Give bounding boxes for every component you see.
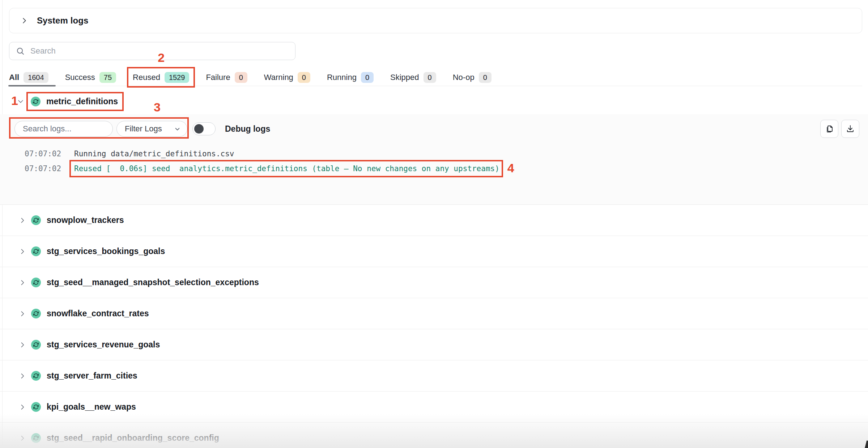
chevron-right-icon xyxy=(19,310,26,317)
seed-row[interactable]: kpi_goals__new_waps xyxy=(0,392,868,423)
status-tab-count-badge: 1604 xyxy=(24,72,48,83)
reused-status-icon xyxy=(31,278,41,287)
reused-status-icon xyxy=(31,340,41,350)
log-timestamp: 07:07:02 xyxy=(25,149,74,158)
status-tab-count-badge: 0 xyxy=(479,72,492,83)
status-tab-label: All xyxy=(9,73,19,82)
status-tab[interactable]: Success 75 xyxy=(65,69,116,86)
reused-status-icon xyxy=(31,97,41,106)
expanded-row-target: metric_definitions xyxy=(31,97,118,106)
search-logs-input[interactable] xyxy=(14,121,113,137)
chevron-right-icon xyxy=(20,17,28,25)
status-tab[interactable]: Skipped 0 xyxy=(390,69,436,86)
page-title: System logs xyxy=(37,16,89,26)
chevron-right-icon xyxy=(19,403,26,411)
search-icon xyxy=(16,47,25,55)
copy-icon xyxy=(825,124,834,133)
debug-logs-toggle[interactable] xyxy=(192,122,216,135)
chevron-right-icon xyxy=(19,341,26,348)
status-tab-label: No-op xyxy=(453,73,475,82)
status-tab[interactable]: Reused 1529 xyxy=(133,69,189,86)
status-tab-count-badge: 0 xyxy=(298,72,310,83)
reused-status-icon xyxy=(31,402,41,412)
seed-row[interactable]: stg_seed__rapid_onboarding_score_config xyxy=(0,423,868,448)
seed-row-list: snowplow_trackers stg_services_bookings_… xyxy=(0,205,868,448)
chevron-right-icon xyxy=(19,217,26,224)
status-tab-label: Success xyxy=(65,73,95,82)
status-tab-bar: All 1604 Success 75 Reused 1529 Failure … xyxy=(9,69,862,86)
seed-row-label: kpi_goals__new_waps xyxy=(47,402,136,412)
annotation-number-3: 3 xyxy=(154,100,161,115)
seed-row[interactable]: snowflake_contract_rates xyxy=(0,298,868,329)
filter-logs-label: Filter Logs xyxy=(125,124,162,134)
reused-status-icon xyxy=(31,371,41,381)
log-output: 07:07:02 Running data/metric_definitions… xyxy=(25,146,499,176)
expanded-seed-name: metric_definitions xyxy=(46,97,118,106)
status-tab[interactable]: Warning 0 xyxy=(264,69,310,86)
filter-logs-select[interactable]: Filter Logs xyxy=(116,121,187,137)
seed-row[interactable]: stg_services_bookings_goals xyxy=(0,236,868,267)
status-tab[interactable]: No-op 0 xyxy=(453,69,492,86)
seed-row-label: stg_seed__rapid_onboarding_score_config xyxy=(47,433,219,443)
reused-status-icon xyxy=(31,433,41,443)
download-logs-button[interactable] xyxy=(841,120,859,138)
seed-row-label: stg_services_bookings_goals xyxy=(47,246,165,256)
log-timestamp: 07:07:02 xyxy=(25,164,74,173)
chevron-down-icon xyxy=(174,126,180,132)
chevron-right-icon xyxy=(19,372,26,380)
chevron-right-icon xyxy=(19,279,26,286)
status-tab-label: Failure xyxy=(206,73,230,82)
debug-logs-label: Debug logs xyxy=(225,124,270,134)
seed-row-label: stg_server_farm_cities xyxy=(47,371,137,381)
seed-row-label: snowflake_contract_rates xyxy=(47,309,149,318)
log-toolbar: Filter Logs Debug logs xyxy=(14,120,859,138)
log-line: 07:07:02 Reused [ 0.06s] seed analytics.… xyxy=(25,161,499,176)
system-logs-header[interactable]: System logs xyxy=(9,8,862,33)
expanded-seed-row[interactable]: metric_definitions xyxy=(9,91,118,111)
status-tab-count-badge: 0 xyxy=(424,72,436,83)
seed-row-label: snowplow_trackers xyxy=(47,215,124,225)
seed-row[interactable]: stg_services_revenue_goals xyxy=(0,329,868,360)
status-tab-label: Reused xyxy=(133,73,160,82)
log-line: 07:07:02 Running data/metric_definitions… xyxy=(25,146,499,161)
chevron-down-icon xyxy=(17,98,24,105)
status-tab-count-badge: 75 xyxy=(99,72,116,83)
seed-row[interactable]: stg_seed__managed_snapshot_selection_exc… xyxy=(0,267,868,298)
status-tab[interactable]: Running 0 xyxy=(327,69,374,86)
chevron-right-icon xyxy=(19,248,26,255)
log-message: Reused [ 0.06s] seed analytics.metric_de… xyxy=(74,164,499,173)
status-tab-label: Skipped xyxy=(390,73,419,82)
download-icon xyxy=(846,124,855,133)
seed-row[interactable]: stg_server_farm_cities xyxy=(0,360,868,392)
log-toolbar-group: Filter Logs xyxy=(14,121,187,137)
status-tab-label: Warning xyxy=(264,73,293,82)
toggle-knob xyxy=(194,124,204,134)
status-tab-label: Running xyxy=(327,73,357,82)
search-input[interactable] xyxy=(30,46,295,56)
status-tab-count-badge: 0 xyxy=(235,72,247,83)
reused-status-icon xyxy=(31,309,41,318)
log-message: Running data/metric_definitions.csv xyxy=(74,149,234,158)
status-tab[interactable]: Failure 0 xyxy=(206,69,247,86)
reused-status-icon xyxy=(31,246,41,256)
search-box xyxy=(9,42,295,60)
seed-row-label: stg_services_revenue_goals xyxy=(47,340,160,350)
status-tab[interactable]: All 1604 xyxy=(9,69,48,86)
status-tab-count-badge: 1529 xyxy=(165,72,190,83)
seed-row-label: stg_seed__managed_snapshot_selection_exc… xyxy=(47,278,259,287)
status-tab-count-badge: 0 xyxy=(361,72,374,83)
chevron-right-icon xyxy=(19,435,26,442)
reused-status-icon xyxy=(31,215,41,225)
seed-row[interactable]: snowplow_trackers xyxy=(0,205,868,236)
log-console-panel: Filter Logs Debug logs 07:07:02 Running … xyxy=(0,114,868,205)
copy-logs-button[interactable] xyxy=(820,120,838,138)
system-logs-page: System logs All 1604 Success 75 Reused 1… xyxy=(0,0,868,448)
